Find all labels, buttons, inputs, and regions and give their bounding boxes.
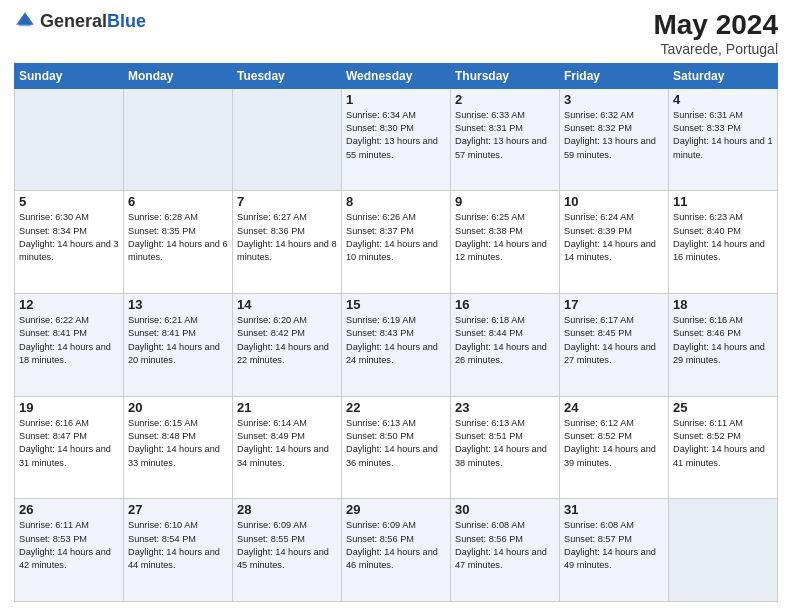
day-number: 9 — [455, 194, 555, 209]
day-number: 23 — [455, 400, 555, 415]
weekday-header-wednesday: Wednesday — [342, 63, 451, 88]
day-number: 8 — [346, 194, 446, 209]
day-info: Sunrise: 6:11 AMSunset: 8:53 PMDaylight:… — [19, 519, 119, 572]
day-info: Sunrise: 6:30 AMSunset: 8:34 PMDaylight:… — [19, 211, 119, 264]
day-number: 10 — [564, 194, 664, 209]
calendar-week-row: 1Sunrise: 6:34 AMSunset: 8:30 PMDaylight… — [15, 88, 778, 191]
day-number: 19 — [19, 400, 119, 415]
calendar-table: SundayMondayTuesdayWednesdayThursdayFrid… — [14, 63, 778, 602]
calendar-cell: 11Sunrise: 6:23 AMSunset: 8:40 PMDayligh… — [669, 191, 778, 294]
day-info: Sunrise: 6:21 AMSunset: 8:41 PMDaylight:… — [128, 314, 228, 367]
day-info: Sunrise: 6:17 AMSunset: 8:45 PMDaylight:… — [564, 314, 664, 367]
day-number: 1 — [346, 92, 446, 107]
day-info: Sunrise: 6:28 AMSunset: 8:35 PMDaylight:… — [128, 211, 228, 264]
day-number: 26 — [19, 502, 119, 517]
day-info: Sunrise: 6:09 AMSunset: 8:55 PMDaylight:… — [237, 519, 337, 572]
page: GeneralBlue May 2024 Tavarede, Portugal … — [0, 0, 792, 612]
calendar-cell: 5Sunrise: 6:30 AMSunset: 8:34 PMDaylight… — [15, 191, 124, 294]
day-number: 12 — [19, 297, 119, 312]
month-year: May 2024 — [653, 10, 778, 41]
calendar-cell: 7Sunrise: 6:27 AMSunset: 8:36 PMDaylight… — [233, 191, 342, 294]
calendar-cell: 15Sunrise: 6:19 AMSunset: 8:43 PMDayligh… — [342, 294, 451, 397]
calendar-week-row: 5Sunrise: 6:30 AMSunset: 8:34 PMDaylight… — [15, 191, 778, 294]
day-number: 14 — [237, 297, 337, 312]
day-number: 28 — [237, 502, 337, 517]
day-number: 17 — [564, 297, 664, 312]
calendar-cell: 2Sunrise: 6:33 AMSunset: 8:31 PMDaylight… — [451, 88, 560, 191]
calendar-cell: 1Sunrise: 6:34 AMSunset: 8:30 PMDaylight… — [342, 88, 451, 191]
day-info: Sunrise: 6:14 AMSunset: 8:49 PMDaylight:… — [237, 417, 337, 470]
day-info: Sunrise: 6:11 AMSunset: 8:52 PMDaylight:… — [673, 417, 773, 470]
day-info: Sunrise: 6:10 AMSunset: 8:54 PMDaylight:… — [128, 519, 228, 572]
day-info: Sunrise: 6:12 AMSunset: 8:52 PMDaylight:… — [564, 417, 664, 470]
calendar-cell: 8Sunrise: 6:26 AMSunset: 8:37 PMDaylight… — [342, 191, 451, 294]
day-number: 22 — [346, 400, 446, 415]
day-info: Sunrise: 6:08 AMSunset: 8:57 PMDaylight:… — [564, 519, 664, 572]
logo: GeneralBlue — [14, 10, 146, 32]
day-info: Sunrise: 6:27 AMSunset: 8:36 PMDaylight:… — [237, 211, 337, 264]
day-info: Sunrise: 6:13 AMSunset: 8:51 PMDaylight:… — [455, 417, 555, 470]
calendar-cell: 16Sunrise: 6:18 AMSunset: 8:44 PMDayligh… — [451, 294, 560, 397]
calendar-cell: 10Sunrise: 6:24 AMSunset: 8:39 PMDayligh… — [560, 191, 669, 294]
day-number: 7 — [237, 194, 337, 209]
day-number: 13 — [128, 297, 228, 312]
calendar-cell: 24Sunrise: 6:12 AMSunset: 8:52 PMDayligh… — [560, 396, 669, 499]
calendar-cell: 6Sunrise: 6:28 AMSunset: 8:35 PMDaylight… — [124, 191, 233, 294]
day-number: 4 — [673, 92, 773, 107]
day-info: Sunrise: 6:13 AMSunset: 8:50 PMDaylight:… — [346, 417, 446, 470]
calendar-cell: 22Sunrise: 6:13 AMSunset: 8:50 PMDayligh… — [342, 396, 451, 499]
logo-icon — [14, 10, 36, 32]
weekday-header-row: SundayMondayTuesdayWednesdayThursdayFrid… — [15, 63, 778, 88]
calendar-cell: 23Sunrise: 6:13 AMSunset: 8:51 PMDayligh… — [451, 396, 560, 499]
calendar-cell — [15, 88, 124, 191]
calendar-cell: 13Sunrise: 6:21 AMSunset: 8:41 PMDayligh… — [124, 294, 233, 397]
weekday-header-thursday: Thursday — [451, 63, 560, 88]
day-number: 11 — [673, 194, 773, 209]
day-info: Sunrise: 6:24 AMSunset: 8:39 PMDaylight:… — [564, 211, 664, 264]
calendar-cell — [233, 88, 342, 191]
day-info: Sunrise: 6:18 AMSunset: 8:44 PMDaylight:… — [455, 314, 555, 367]
day-info: Sunrise: 6:15 AMSunset: 8:48 PMDaylight:… — [128, 417, 228, 470]
day-number: 31 — [564, 502, 664, 517]
day-info: Sunrise: 6:23 AMSunset: 8:40 PMDaylight:… — [673, 211, 773, 264]
weekday-header-saturday: Saturday — [669, 63, 778, 88]
calendar-cell: 20Sunrise: 6:15 AMSunset: 8:48 PMDayligh… — [124, 396, 233, 499]
calendar-week-row: 19Sunrise: 6:16 AMSunset: 8:47 PMDayligh… — [15, 396, 778, 499]
day-number: 27 — [128, 502, 228, 517]
calendar-cell: 28Sunrise: 6:09 AMSunset: 8:55 PMDayligh… — [233, 499, 342, 602]
day-number: 15 — [346, 297, 446, 312]
day-number: 24 — [564, 400, 664, 415]
calendar-cell: 21Sunrise: 6:14 AMSunset: 8:49 PMDayligh… — [233, 396, 342, 499]
logo-general: General — [40, 11, 107, 31]
day-number: 20 — [128, 400, 228, 415]
day-number: 25 — [673, 400, 773, 415]
calendar-cell: 14Sunrise: 6:20 AMSunset: 8:42 PMDayligh… — [233, 294, 342, 397]
day-number: 3 — [564, 92, 664, 107]
calendar-cell — [669, 499, 778, 602]
day-info: Sunrise: 6:25 AMSunset: 8:38 PMDaylight:… — [455, 211, 555, 264]
calendar-cell: 3Sunrise: 6:32 AMSunset: 8:32 PMDaylight… — [560, 88, 669, 191]
calendar-week-row: 12Sunrise: 6:22 AMSunset: 8:41 PMDayligh… — [15, 294, 778, 397]
day-number: 30 — [455, 502, 555, 517]
logo-blue: Blue — [107, 11, 146, 31]
location: Tavarede, Portugal — [653, 41, 778, 57]
day-number: 21 — [237, 400, 337, 415]
weekday-header-sunday: Sunday — [15, 63, 124, 88]
calendar-cell — [124, 88, 233, 191]
day-info: Sunrise: 6:08 AMSunset: 8:56 PMDaylight:… — [455, 519, 555, 572]
weekday-header-friday: Friday — [560, 63, 669, 88]
day-info: Sunrise: 6:16 AMSunset: 8:47 PMDaylight:… — [19, 417, 119, 470]
calendar-cell: 27Sunrise: 6:10 AMSunset: 8:54 PMDayligh… — [124, 499, 233, 602]
day-info: Sunrise: 6:20 AMSunset: 8:42 PMDaylight:… — [237, 314, 337, 367]
day-info: Sunrise: 6:22 AMSunset: 8:41 PMDaylight:… — [19, 314, 119, 367]
day-number: 18 — [673, 297, 773, 312]
calendar-cell: 31Sunrise: 6:08 AMSunset: 8:57 PMDayligh… — [560, 499, 669, 602]
day-number: 2 — [455, 92, 555, 107]
calendar-cell: 29Sunrise: 6:09 AMSunset: 8:56 PMDayligh… — [342, 499, 451, 602]
calendar-cell: 18Sunrise: 6:16 AMSunset: 8:46 PMDayligh… — [669, 294, 778, 397]
day-info: Sunrise: 6:09 AMSunset: 8:56 PMDaylight:… — [346, 519, 446, 572]
day-number: 29 — [346, 502, 446, 517]
calendar-cell: 26Sunrise: 6:11 AMSunset: 8:53 PMDayligh… — [15, 499, 124, 602]
weekday-header-tuesday: Tuesday — [233, 63, 342, 88]
calendar-cell: 12Sunrise: 6:22 AMSunset: 8:41 PMDayligh… — [15, 294, 124, 397]
